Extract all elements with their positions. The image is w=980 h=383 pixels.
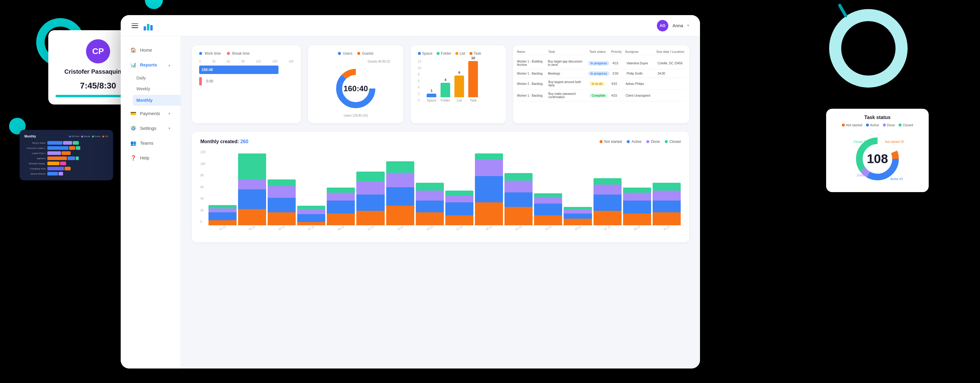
chevron-down-icon: ▼ — [168, 126, 171, 130]
guests-label: Guests 40:00 (2) — [368, 60, 390, 63]
home-icon: 🏠 — [130, 47, 136, 53]
mini-bar-chart-card: Monthly WTime Break Done NS Terry's Stor… — [20, 130, 113, 180]
task-status-legend: Not started Active Done Closed — [834, 123, 921, 127]
user-name: Anna — [673, 23, 683, 28]
header-right: AG Anna ▾ — [657, 20, 689, 32]
monthly-stacked-bars: 01.1203.1205.1207.1209.1211.1213.1215.12… — [208, 150, 681, 235]
mini-chart-header: Monthly WTime Break Done NS — [24, 135, 108, 138]
monthly-chart-wrapper: 0 20 40 60 80 100 120 01.1203.1205.1207.… — [200, 150, 681, 235]
sidebar-item-label: Payments — [140, 111, 160, 116]
legend-item: NS — [102, 135, 108, 138]
mini-chart-bars: Terry's Store Common Leads 1 Leads Part … — [24, 141, 108, 176]
sidebar-item-label: Reports — [140, 62, 157, 67]
stacked-col: 09.12 — [327, 187, 355, 230]
donut-center-value: 108 — [867, 152, 888, 166]
space-chart-card: Space Folder List Task — [410, 45, 506, 123]
sidebar-item-reports[interactable]: 📊 Reports ▲ — [123, 58, 178, 72]
stacked-col: 21.12 — [504, 173, 533, 230]
y-axis-space: 0 2 4 6 8 10 12 — [418, 60, 421, 102]
users-chart-header: Users Guests — [338, 51, 373, 56]
help-icon: ❓ — [130, 155, 136, 161]
task-col: 10 Task — [468, 56, 478, 102]
sidebar-item-help[interactable]: ❓ Help — [123, 151, 178, 165]
y-axis-monthly: 0 20 40 60 80 100 120 — [200, 150, 205, 229]
stacked-col: 07.12 — [297, 206, 325, 230]
work-time-value: 150:40 — [202, 68, 213, 72]
legend-done: Done — [646, 140, 660, 144]
legend-not-started: Not started — [600, 140, 622, 144]
break-time-value: 5:00 — [206, 79, 213, 83]
stats-row: Work time Break time 0 30 60 90 120 150 … — [192, 45, 689, 123]
task-row: Worker 2 - Backlog Buy largest amount bo… — [517, 78, 686, 90]
legend-closed: Closed — [665, 140, 681, 144]
space-bars: 1 Space 4 Folder 6 — [424, 60, 481, 102]
break-time-bar: 5:00 — [199, 77, 294, 86]
reports-icon: 📊 — [130, 62, 136, 68]
sidebar-item-weekly[interactable]: Weekly — [136, 83, 181, 94]
app-header: AG Anna ▾ — [121, 15, 700, 36]
monthly-count: 260 — [240, 139, 248, 144]
task-row: Worker 1 - Backlog Meetings In progress … — [517, 69, 686, 78]
monthly-tasks-section: Monthly created: 260 Not started Active — [192, 132, 689, 242]
legend-item: Break — [81, 135, 90, 138]
bar-row: Terry's Store — [24, 141, 108, 145]
stacked-col: 15.12 — [416, 183, 444, 230]
stacked-col: 19.12 — [475, 153, 503, 230]
stacked-col: 23.12 — [534, 193, 562, 230]
task-row: Worker 1 - Backlog Buy make password con… — [517, 90, 686, 102]
stacked-col: 01.12 — [208, 205, 237, 230]
task-donut-chart: 108 Closed 38 Not started 20 Done 7 Acti… — [850, 132, 905, 186]
legend-active: Active — [866, 123, 879, 127]
stacked-col: 03.12 — [238, 153, 266, 230]
stacked-col: 11.12 — [356, 172, 384, 230]
avatar: CP — [86, 39, 110, 64]
teams-icon: 👥 — [130, 140, 136, 146]
sidebar-item-payments[interactable]: 💳 Payments ▼ — [123, 106, 178, 121]
break-time-legend: Break time — [232, 51, 250, 56]
chevron-down-icon[interactable]: ▾ — [687, 24, 689, 27]
reports-submenu: Daily Weekly Monthly — [121, 72, 181, 106]
hamburger-button[interactable] — [132, 23, 138, 28]
legend-done: Done — [883, 123, 895, 127]
stacked-col: 29.12 — [623, 187, 651, 230]
space-chart-area: 0 2 4 6 8 10 12 1 Space — [418, 60, 499, 102]
users-donut-card: Users Guests Guests 40:00 (2) — [308, 45, 403, 123]
legend-not-started: Not started — [842, 123, 862, 127]
payments-icon: 💳 — [130, 110, 136, 116]
sidebar-item-teams[interactable]: 👥 Teams — [123, 136, 178, 150]
sidebar-item-monthly[interactable]: Monthly — [133, 95, 185, 106]
bar-row: Leads Part 1 — [24, 151, 108, 155]
monthly-title: Monthly created: — [200, 139, 240, 144]
legend-active: Active — [627, 140, 641, 144]
main-content: Work time Break time 0 30 60 90 120 150 … — [181, 36, 700, 369]
app-window: AG Anna ▾ 🏠 Home 📊 Reports ▲ Daily Weekl… — [121, 15, 700, 369]
sidebar-item-settings[interactable]: ⚙️ Settings ▼ — [123, 121, 178, 135]
sidebar-item-daily[interactable]: Daily — [136, 72, 181, 83]
task-row: Worker 1 - Building Archive Buy target a… — [517, 57, 686, 69]
users-donut: 160:40 — [332, 64, 380, 113]
mini-chart-legend: WTime Break Done NS — [69, 135, 108, 138]
guests-legend: Guests — [362, 51, 374, 56]
label-active: Active 43 — [890, 177, 903, 180]
chevron-up-icon: ▲ — [168, 63, 171, 67]
stacked-col: 27.12 — [593, 178, 622, 230]
work-time-legend: Work time — [205, 51, 221, 56]
bar-row: Company fund — [24, 167, 108, 170]
stacked-col: 17.12 — [445, 191, 473, 230]
user-avatar: AG — [657, 20, 668, 32]
stacked-col: 25.12 — [564, 207, 592, 230]
app-body: 🏠 Home 📊 Reports ▲ Daily Weekly Monthly … — [121, 36, 700, 369]
users-center-value: 160:40 — [344, 84, 368, 93]
users-legend: Users — [343, 51, 352, 56]
settings-icon: ⚙️ — [130, 125, 136, 131]
deco-ring-right — [829, 9, 908, 88]
header-left — [132, 21, 154, 30]
sidebar: 🏠 Home 📊 Reports ▲ Daily Weekly Monthly … — [121, 36, 181, 369]
monthly-title-area: Monthly created: 260 — [200, 139, 248, 144]
sidebar-item-label: Settings — [140, 126, 156, 131]
stacked-col: 13.12 — [386, 161, 414, 230]
time-axis: 0 30 60 90 120 150 180 — [199, 60, 294, 63]
monthly-header: Monthly created: 260 Not started Active — [200, 139, 681, 144]
time-bars: 150:40 5:00 — [199, 65, 294, 86]
sidebar-item-home[interactable]: 🏠 Home — [123, 43, 178, 57]
